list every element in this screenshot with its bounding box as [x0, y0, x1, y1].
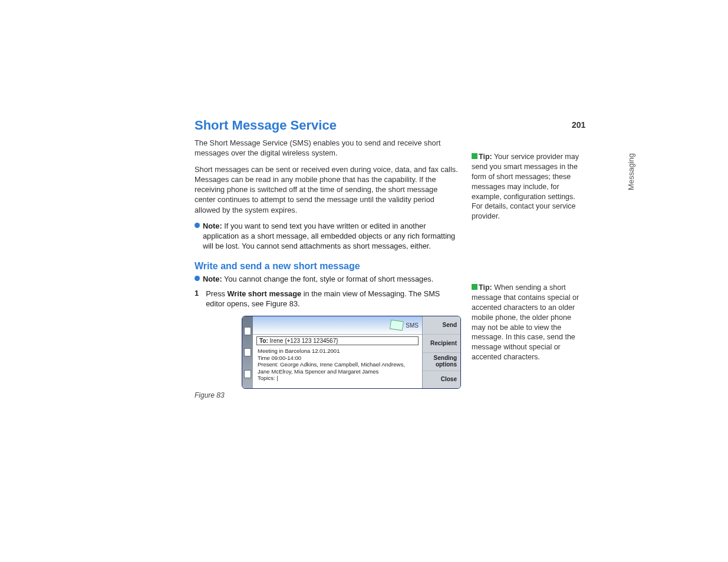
sms-envelope-icon: [390, 320, 404, 331]
section-side-label: Messaging: [627, 153, 635, 190]
step-text-pre: Press: [206, 289, 227, 298]
message-body[interactable]: Meeting in Barcelona 12.01.2001 Time 09:…: [253, 346, 422, 388]
sms-header-label: SMS: [406, 322, 419, 329]
signal-icon: [244, 348, 251, 356]
note-bullet-icon: [195, 223, 200, 228]
msg-line: Time 09:00-14:00: [258, 355, 417, 361]
note-bullet-icon: [195, 276, 200, 281]
msg-line: Meeting in Barcelona 12.01.2001: [258, 348, 417, 354]
note-label: Note:: [203, 222, 222, 230]
close-button[interactable]: Close: [423, 371, 460, 389]
sending-options-button[interactable]: Sending options: [423, 353, 460, 371]
recipient-button[interactable]: Recipient: [423, 335, 460, 353]
device-softkeys: Send Recipient Sending options Close: [422, 316, 460, 388]
intro-paragraph-2: Short messages can be sent or received e…: [195, 164, 460, 215]
note-body-text: You cannot change the font, style or for…: [222, 275, 434, 283]
step-1: 1 Press Write short message in the main …: [195, 289, 460, 309]
send-button[interactable]: Send: [423, 316, 460, 335]
note-body-text: If you want to send text you have writte…: [203, 222, 455, 251]
msg-line: Present: George Adkins, Irene Campbell, …: [258, 361, 417, 375]
step-text-bold: Write short message: [228, 289, 302, 298]
battery-icon: [244, 327, 251, 335]
note-1: Note: If you want to send text you have …: [195, 221, 460, 252]
msg-line: Topics: |: [258, 375, 417, 381]
to-field[interactable]: To: Irene {+123 123 1234567}: [256, 336, 419, 345]
step-number: 1: [195, 289, 200, 309]
figure-caption: Figure 83: [195, 391, 460, 399]
status-icon: [244, 370, 251, 378]
sms-editor-screenshot: SMS To: Irene {+123 123 1234567} Meeting…: [242, 316, 461, 389]
note-2: Note: You cannot change the font, style …: [195, 274, 460, 284]
device-status-bar: [242, 316, 253, 388]
page-title: Short Message Service: [195, 118, 460, 133]
subsection-title: Write and send a new short message: [195, 261, 460, 272]
to-label: To:: [259, 338, 268, 344]
note-label: Note:: [203, 275, 222, 283]
device-header: SMS: [253, 316, 422, 335]
to-value: Irene {+123 123 1234567}: [268, 338, 338, 344]
intro-paragraph-1: The Short Message Service (SMS) enables …: [195, 138, 460, 158]
